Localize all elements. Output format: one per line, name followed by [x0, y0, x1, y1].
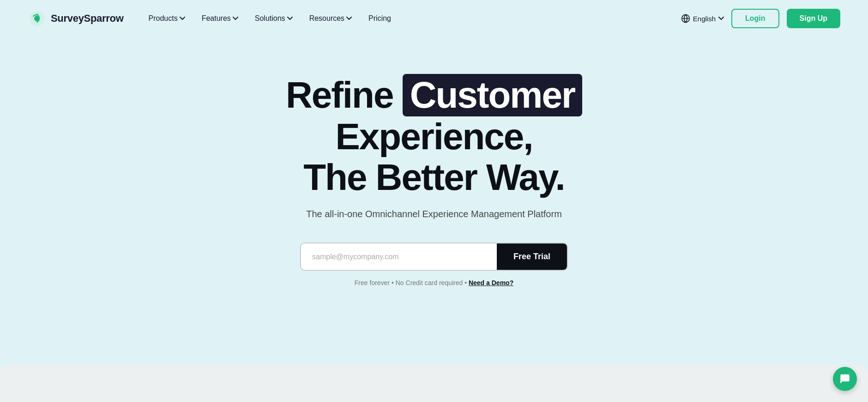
language-chevron-icon: [718, 16, 724, 21]
logo-icon: [28, 9, 46, 28]
nav-links: Products Features Solutions Resources: [142, 11, 398, 26]
chat-bubble[interactable]: [833, 367, 857, 391]
navbar-left: SurveySparrow Products Features Solution…: [28, 9, 398, 28]
signup-button[interactable]: Sign Up: [787, 9, 840, 28]
pricing-label: Pricing: [368, 14, 391, 23]
hero-note: Free forever • No Credit card required •…: [355, 279, 513, 286]
logo[interactable]: SurveySparrow: [28, 9, 124, 28]
features-chevron-icon: [233, 16, 238, 21]
nav-features[interactable]: Features: [195, 11, 245, 26]
language-selector[interactable]: English: [681, 14, 724, 23]
products-label: Products: [149, 14, 178, 23]
features-label: Features: [202, 14, 231, 23]
hero-subtitle: The all-in-one Omnichannel Experience Ma…: [306, 209, 562, 219]
free-trial-button[interactable]: Free Trial: [497, 244, 567, 270]
navbar-right: English Login Sign Up: [681, 9, 840, 28]
brand-name: SurveySparrow: [51, 12, 124, 24]
solutions-label: Solutions: [255, 14, 285, 23]
hero-title-part1: Refine: [286, 74, 403, 116]
language-label: English: [693, 15, 716, 23]
nav-products[interactable]: Products: [142, 11, 192, 26]
resources-chevron-icon: [346, 16, 352, 21]
navbar: SurveySparrow Products Features Solution…: [0, 0, 868, 37]
nav-resources[interactable]: Resources: [303, 11, 358, 26]
hero-title-highlight: Customer: [403, 74, 582, 116]
solutions-chevron-icon: [287, 16, 293, 21]
products-chevron-icon: [180, 16, 185, 21]
globe-icon: [681, 14, 690, 23]
chat-icon: [839, 373, 851, 385]
nav-pricing[interactable]: Pricing: [362, 11, 398, 26]
email-form: Free Trial: [300, 243, 568, 271]
hero-title: Refine Customer Experience, The Better W…: [203, 74, 665, 198]
login-button[interactable]: Login: [731, 9, 779, 28]
hero-note-text: Free forever • No Credit card required •: [355, 279, 467, 286]
need-demo-link[interactable]: Need a Demo?: [469, 279, 513, 286]
bottom-section: [0, 365, 868, 402]
email-input[interactable]: [301, 244, 497, 270]
hero-title-line2: The Better Way.: [303, 157, 565, 198]
nav-solutions[interactable]: Solutions: [248, 11, 299, 26]
hero-title-part2: Experience,: [335, 116, 532, 157]
resources-label: Resources: [309, 14, 344, 23]
hero-section: Refine Customer Experience, The Better W…: [0, 37, 868, 314]
